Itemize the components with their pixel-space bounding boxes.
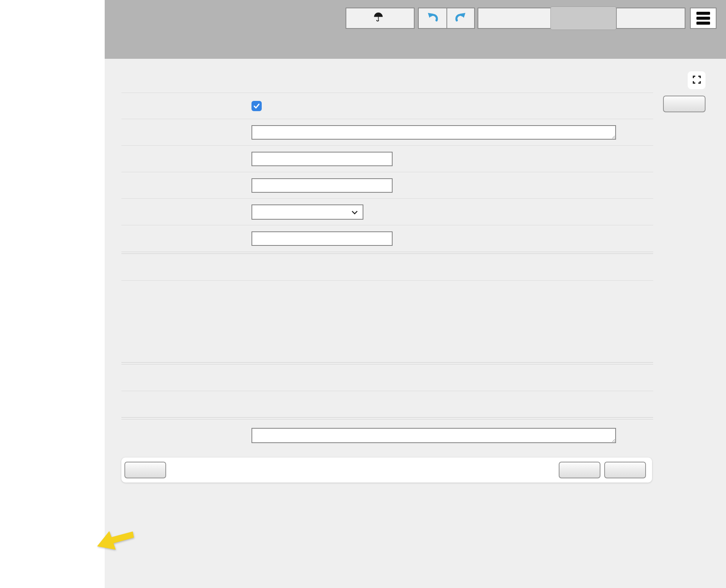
ok-button[interactable] <box>604 462 646 478</box>
enabled-row <box>121 93 653 119</box>
pointer-arrow <box>95 527 137 558</box>
chevron-down-icon <box>351 207 358 217</box>
apply-button[interactable] <box>559 462 600 478</box>
start-date-input[interactable] <box>251 178 393 193</box>
name-input[interactable] <box>251 152 393 166</box>
tab-terminal[interactable] <box>616 8 684 28</box>
comment-input[interactable] <box>251 125 616 140</box>
enabled-checkbox[interactable] <box>251 101 262 111</box>
comment-row <box>121 119 653 145</box>
fullscreen-icon <box>692 75 701 85</box>
cancel-button[interactable] <box>124 462 166 478</box>
run-count-row <box>121 364 653 391</box>
umbrella-icon <box>373 12 383 24</box>
form-footer <box>121 458 652 483</box>
undo-button[interactable] <box>419 8 446 28</box>
owner-row <box>121 254 653 280</box>
header-band <box>105 0 726 59</box>
interval-input[interactable] <box>251 231 393 246</box>
interval-row <box>121 225 653 252</box>
redo-arrow-icon <box>455 12 467 25</box>
tab-quick-set[interactable] <box>478 8 551 28</box>
schedule-form <box>121 93 653 452</box>
policy-row <box>121 280 653 362</box>
tab-webfig[interactable] <box>550 6 616 30</box>
safe-mode-button[interactable] <box>346 8 415 29</box>
content-area <box>105 59 726 588</box>
fullscreen-button[interactable] <box>688 71 706 89</box>
on-event-input[interactable] <box>251 428 616 443</box>
undo-arrow-icon <box>427 12 438 25</box>
view-tabs <box>478 8 685 29</box>
next-run-row <box>121 391 653 417</box>
on-event-row <box>121 419 653 452</box>
menu-button[interactable] <box>690 8 717 29</box>
main-area <box>105 0 726 588</box>
start-date-row <box>121 172 653 198</box>
undo-redo-group <box>418 8 475 29</box>
start-time-row <box>121 198 653 225</box>
remove-button[interactable] <box>663 96 706 112</box>
start-time-select[interactable] <box>251 204 363 220</box>
hamburger-menu-icon <box>696 12 710 15</box>
sidebar <box>0 0 101 588</box>
name-row <box>121 145 653 172</box>
redo-button[interactable] <box>446 8 474 28</box>
